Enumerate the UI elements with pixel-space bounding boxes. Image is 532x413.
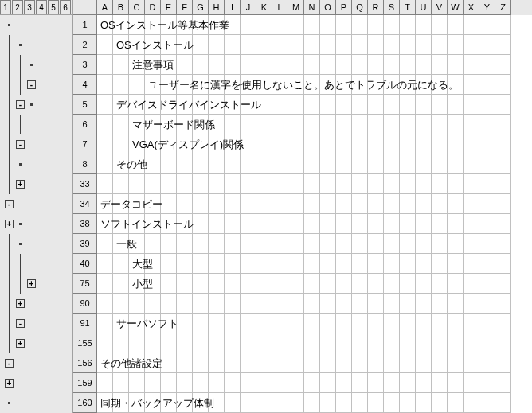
col-header-Z[interactable]: Z xyxy=(495,0,511,15)
cell[interactable] xyxy=(448,55,464,75)
cell[interactable] xyxy=(113,294,129,314)
cell[interactable] xyxy=(464,154,479,174)
col-header-R[interactable]: R xyxy=(368,0,384,15)
cell[interactable] xyxy=(225,154,241,174)
cell[interactable] xyxy=(129,333,145,353)
cell[interactable] xyxy=(495,75,511,95)
cell[interactable] xyxy=(113,115,129,134)
cell[interactable] xyxy=(368,55,384,75)
cell[interactable] xyxy=(272,314,288,333)
cell[interactable] xyxy=(113,353,129,373)
cell[interactable] xyxy=(241,294,256,314)
cell[interactable] xyxy=(129,254,145,274)
cell[interactable] xyxy=(320,194,336,214)
cell[interactable] xyxy=(416,115,432,134)
col-header-A[interactable]: A xyxy=(97,0,113,15)
cell[interactable] xyxy=(161,373,177,393)
cell[interactable] xyxy=(177,174,193,194)
cell[interactable] xyxy=(97,15,113,35)
cell[interactable] xyxy=(479,274,495,294)
cell[interactable] xyxy=(113,75,129,95)
cell[interactable] xyxy=(400,314,416,333)
cell[interactable] xyxy=(129,134,145,154)
cell[interactable] xyxy=(225,214,241,234)
cell[interactable] xyxy=(129,154,145,174)
cell[interactable] xyxy=(479,254,495,274)
cell[interactable] xyxy=(177,294,193,314)
cell[interactable] xyxy=(145,314,161,333)
cell[interactable] xyxy=(495,393,511,413)
cell[interactable] xyxy=(145,55,161,75)
cell[interactable] xyxy=(448,194,464,214)
cell[interactable] xyxy=(97,393,113,413)
cell[interactable] xyxy=(448,15,464,35)
cell[interactable] xyxy=(97,214,113,234)
cell[interactable] xyxy=(272,234,288,254)
cell[interactable] xyxy=(336,154,352,174)
cell[interactable] xyxy=(193,294,209,314)
cell[interactable] xyxy=(495,353,511,373)
cell[interactable] xyxy=(368,154,384,174)
cell[interactable] xyxy=(225,254,241,274)
cell[interactable] xyxy=(225,55,241,75)
cell[interactable] xyxy=(320,373,336,393)
cell[interactable] xyxy=(113,154,129,174)
cell[interactable] xyxy=(145,154,161,174)
cell[interactable] xyxy=(336,55,352,75)
cell[interactable] xyxy=(145,234,161,254)
cell[interactable] xyxy=(97,353,113,373)
cell[interactable] xyxy=(241,314,256,333)
cell[interactable] xyxy=(495,154,511,174)
cell[interactable] xyxy=(448,393,464,413)
cell[interactable] xyxy=(177,154,193,174)
cell[interactable] xyxy=(288,194,304,214)
col-header-K[interactable]: K xyxy=(256,0,272,15)
cell[interactable] xyxy=(495,55,511,75)
cell[interactable] xyxy=(384,234,400,254)
cell[interactable] xyxy=(256,353,272,373)
cell[interactable] xyxy=(209,15,225,35)
cell[interactable] xyxy=(448,234,464,254)
cell[interactable] xyxy=(193,194,209,214)
cell[interactable] xyxy=(432,234,448,254)
cell[interactable] xyxy=(161,274,177,294)
cell[interactable] xyxy=(432,393,448,413)
cell[interactable] xyxy=(368,95,384,115)
cell[interactable] xyxy=(161,294,177,314)
cell[interactable] xyxy=(225,393,241,413)
cell[interactable] xyxy=(256,294,272,314)
cell[interactable] xyxy=(384,353,400,373)
cell[interactable] xyxy=(336,314,352,333)
cell[interactable] xyxy=(400,174,416,194)
cell[interactable] xyxy=(352,35,368,55)
cell[interactable] xyxy=(304,95,320,115)
cell[interactable] xyxy=(256,15,272,35)
cell[interactable] xyxy=(272,194,288,214)
col-header-F[interactable]: F xyxy=(177,0,193,15)
cell[interactable] xyxy=(209,174,225,194)
cell[interactable] xyxy=(336,15,352,35)
expand-icon[interactable]: + xyxy=(5,220,14,228)
cell[interactable] xyxy=(495,174,511,194)
cell[interactable] xyxy=(97,194,113,214)
cell[interactable] xyxy=(209,274,225,294)
cell[interactable] xyxy=(464,134,479,154)
cell[interactable] xyxy=(464,393,479,413)
cell[interactable] xyxy=(352,55,368,75)
cell[interactable] xyxy=(448,174,464,194)
cell[interactable] xyxy=(256,174,272,194)
cell[interactable] xyxy=(336,194,352,214)
cell[interactable] xyxy=(352,15,368,35)
cell[interactable] xyxy=(384,15,400,35)
row-header[interactable]: 2 xyxy=(73,35,97,55)
col-header-B[interactable]: B xyxy=(113,0,129,15)
cell[interactable] xyxy=(416,154,432,174)
cell[interactable] xyxy=(304,154,320,174)
col-header-P[interactable]: P xyxy=(336,0,352,15)
grid[interactable]: 1OSインストール等基本作業2OSインストール3注意事項4ユーザー名に漢字を使用… xyxy=(73,15,532,413)
row-header[interactable]: 34 xyxy=(73,194,97,214)
cell[interactable] xyxy=(225,174,241,194)
cell[interactable] xyxy=(416,214,432,234)
expand-icon[interactable]: + xyxy=(5,379,14,388)
cell[interactable] xyxy=(336,214,352,234)
